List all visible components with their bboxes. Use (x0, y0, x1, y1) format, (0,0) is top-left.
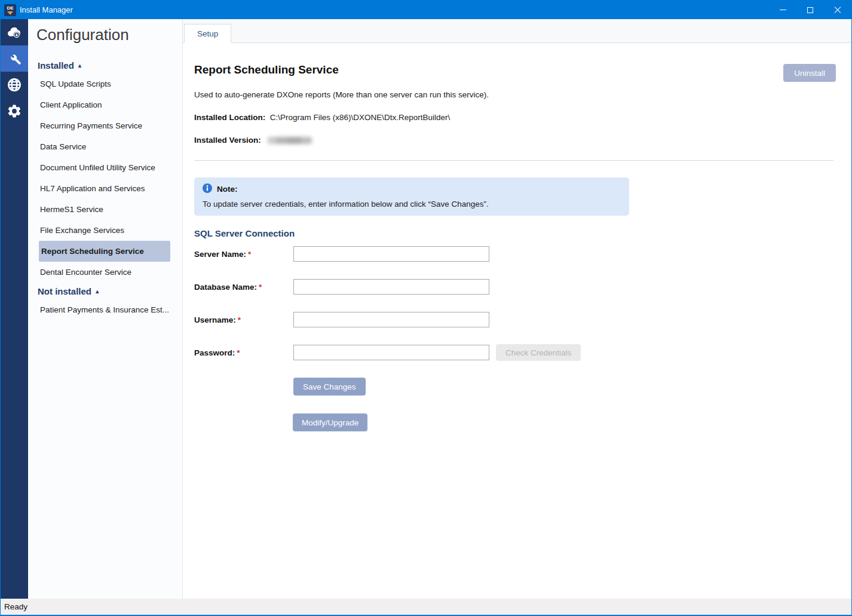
sql-connection-heading: SQL Server Connection (194, 228, 295, 238)
gear-icon (7, 103, 22, 119)
sidebar-item-report-scheduling-service[interactable]: Report Scheduling Service (39, 241, 170, 262)
minimize-button[interactable] (769, 1, 796, 19)
username-row: Username:* (194, 312, 581, 327)
divider (194, 160, 833, 161)
required-marker: * (259, 283, 262, 292)
page-title: Report Scheduling Service (194, 63, 339, 76)
note-box: Note: To update server credentials, ente… (194, 177, 629, 216)
check-credentials-button[interactable]: Check Credentials (496, 344, 581, 361)
panel-title: Configuration (36, 26, 182, 44)
required-marker: * (248, 250, 251, 259)
maximize-icon (807, 7, 813, 13)
installed-location-row: Installed Location: C:\Program Files (x8… (194, 113, 450, 122)
tab-setup[interactable]: Setup (184, 24, 231, 43)
maximize-button[interactable] (796, 1, 824, 19)
minimize-icon (780, 10, 786, 10)
close-icon (834, 7, 841, 14)
status-text: Ready (4, 602, 27, 611)
section-not-installed[interactable]: Not installed ▴ (38, 283, 182, 299)
main-content: Setup Report Scheduling Service Uninstal… (183, 19, 851, 599)
save-changes-button[interactable]: Save Changes (293, 378, 366, 396)
required-marker: * (238, 315, 241, 324)
window-controls (769, 1, 851, 19)
app-logo-arrow-icon (7, 11, 13, 15)
title-bar: DE Install Manager (1, 1, 851, 19)
status-bar: Ready (1, 599, 851, 615)
rail-item-settings[interactable] (1, 98, 28, 124)
sidebar-item-file-exchange-services[interactable]: File Exchange Services (28, 220, 182, 241)
modify-upgrade-button[interactable]: Modify/Upgrade (293, 413, 367, 431)
username-label: Username:* (194, 315, 293, 324)
installed-version-label: Installed Version: (194, 136, 261, 145)
sidebar-item-data-service[interactable]: Data Service (28, 136, 182, 157)
installed-version-value-redacted (268, 137, 312, 144)
section-installed[interactable]: Installed ▴ (38, 57, 182, 73)
required-marker: * (237, 348, 240, 357)
rail-item-network[interactable] (1, 72, 28, 98)
app-window: DE Install Manager (0, 0, 852, 616)
server-name-label: Server Name:* (194, 250, 293, 259)
section-not-installed-label: Not installed (38, 286, 91, 296)
sidebar-item-sql-update-scripts[interactable]: SQL Update Scripts (28, 73, 182, 94)
password-input[interactable] (293, 345, 489, 360)
database-name-label: Database Name:* (194, 283, 293, 292)
app-logo-text: DE (7, 5, 13, 11)
password-row: Password:* Check Credentials (194, 345, 581, 360)
icon-rail (1, 19, 28, 599)
installed-location-value: C:\Program Files (x86)\DXONE\Dtx.ReportB… (270, 113, 450, 122)
sidebar-item-hl7-application-and-services[interactable]: HL7 Application and Services (28, 178, 182, 199)
tab-strip: Setup (183, 19, 851, 43)
collapse-caret-icon: ▴ (78, 62, 82, 69)
collapse-caret-icon: ▴ (96, 287, 99, 295)
database-name-row: Database Name:* (194, 279, 581, 295)
configuration-panel: Configuration Installed ▴ SQL Update Scr… (28, 19, 183, 599)
sidebar-item-hermes1-service[interactable]: HermeS1 Service (28, 199, 182, 220)
service-description: Used to auto-generate DXOne reports (Mor… (194, 90, 489, 99)
close-button[interactable] (824, 1, 851, 19)
server-name-row: Server Name:* (194, 246, 581, 262)
sql-connection-form: Server Name:* Database Name:* Username:*… (194, 246, 581, 431)
note-title: Note: (217, 185, 238, 194)
rail-item-configuration[interactable] (1, 45, 28, 72)
username-input[interactable] (293, 312, 489, 327)
sidebar-item-client-application[interactable]: Client Application (28, 94, 182, 115)
window-title: Install Manager (20, 5, 73, 14)
uninstall-button[interactable]: Uninstall (783, 64, 836, 82)
note-body: To update server credentials, enter info… (203, 200, 621, 209)
rail-item-downloads[interactable] (1, 19, 28, 45)
sidebar-item-recurring-payments-service[interactable]: Recurring Payments Service (28, 115, 182, 136)
cloud-download-icon (7, 24, 22, 40)
database-name-input[interactable] (293, 279, 489, 295)
app-logo-icon: DE (4, 4, 16, 16)
sidebar-item-dental-encounter-service[interactable]: Dental Encounter Service (28, 262, 182, 283)
server-name-input[interactable] (293, 246, 489, 262)
info-icon (203, 183, 212, 195)
sidebar-item-patient-payments-insurance[interactable]: Patient Payments & Insurance Est... (28, 299, 182, 320)
password-label: Password:* (194, 348, 293, 357)
sidebar-item-document-unfiled-utility-service[interactable]: Document Unfiled Utility Service (28, 157, 182, 178)
section-installed-label: Installed (38, 60, 74, 71)
installed-version-row: Installed Version: (194, 136, 312, 145)
globe-icon (7, 77, 22, 93)
wrench-icon (7, 51, 22, 66)
installed-location-label: Installed Location: (194, 113, 265, 122)
